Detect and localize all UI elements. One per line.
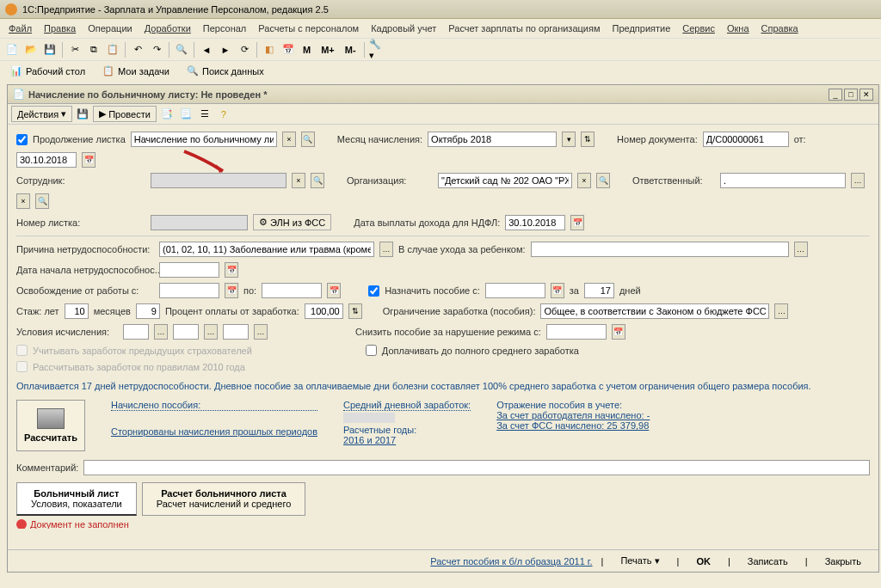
reason-input[interactable] [159, 242, 374, 257]
more-icon[interactable]: … [774, 303, 788, 319]
close-button[interactable]: Закрыть [816, 554, 870, 569]
m-plus-icon[interactable]: M+ [317, 41, 339, 58]
calendar-icon[interactable]: 📅 [570, 215, 584, 230]
org-input[interactable] [438, 173, 572, 188]
new-icon[interactable]: 📄 [3, 41, 21, 58]
calc2011-link[interactable]: Расчет пособия к б/л образца 2011 г. [430, 556, 592, 567]
calc-icon[interactable]: ◧ [261, 41, 278, 58]
unpost-icon[interactable]: 📃 [177, 106, 194, 123]
calendar-icon[interactable]: 📅 [82, 152, 95, 168]
date-input[interactable] [16, 152, 77, 168]
clear-icon[interactable]: × [577, 173, 591, 188]
cond1-input[interactable] [123, 324, 149, 340]
maximize-icon[interactable]: □ [844, 89, 858, 101]
menu-salary[interactable]: Расчет зарплаты по организациям [443, 21, 605, 35]
list-icon[interactable]: ☰ [196, 106, 213, 123]
calendar-icon[interactable]: 📅 [327, 283, 341, 298]
calculate-button[interactable]: Рассчитать [16, 400, 85, 451]
minimize-icon[interactable]: _ [829, 89, 842, 101]
assign-input[interactable] [485, 283, 545, 298]
save-doc-icon[interactable]: 💾 [74, 106, 91, 123]
clear-icon[interactable]: × [16, 193, 30, 209]
more-icon[interactable]: … [379, 242, 393, 257]
menu-ops[interactable]: Операции [83, 21, 137, 35]
more-icon[interactable]: … [154, 324, 168, 340]
refresh-icon[interactable]: ⟳ [236, 41, 253, 58]
actions-button[interactable]: Действия ▾ [11, 106, 72, 122]
close-icon[interactable]: ✕ [859, 89, 873, 101]
years-link[interactable]: 2016 и 2017 [343, 435, 471, 445]
employer-link[interactable]: За счет работодателя начислено: - [496, 410, 650, 420]
menu-enterprise[interactable]: Предприятие [607, 21, 675, 35]
child-input[interactable] [531, 242, 789, 257]
spin-icon[interactable]: ⇅ [581, 132, 595, 147]
run-button[interactable]: ▶ Провести [93, 106, 157, 122]
employee-input[interactable] [151, 173, 286, 188]
nav-back-icon[interactable]: ◄ [198, 41, 215, 58]
menu-calc[interactable]: Расчеты с персоналом [253, 21, 364, 35]
calendar-icon[interactable]: 📅 [225, 283, 238, 298]
save-button[interactable]: Записать [739, 554, 797, 569]
cond3-input[interactable] [223, 324, 249, 340]
limit-input[interactable] [540, 303, 769, 319]
tab-calc[interactable]: Расчет больничного листаРасчет начислени… [142, 482, 306, 516]
menu-edit[interactable]: Правка [39, 21, 81, 35]
more-icon[interactable]: … [851, 173, 865, 188]
more-icon[interactable]: … [794, 242, 808, 257]
months-input[interactable] [136, 303, 160, 319]
more-icon[interactable]: … [204, 324, 218, 340]
resp-input[interactable] [720, 173, 846, 188]
start-input[interactable] [159, 262, 219, 278]
print-button[interactable]: Печать ▾ [612, 553, 668, 569]
tab-search[interactable]: 🔍 Поиск данных [180, 63, 271, 79]
select-icon[interactable]: 🔍 [35, 193, 49, 209]
tool-icon[interactable]: 🔧▾ [368, 41, 385, 58]
menu-service[interactable]: Сервис [677, 21, 720, 35]
sheet-input[interactable] [151, 215, 248, 230]
release-to-input[interactable] [262, 283, 322, 298]
continuation-checkbox[interactable] [16, 134, 28, 145]
continuation-input[interactable] [131, 132, 277, 147]
paste-icon[interactable]: 📋 [104, 41, 121, 58]
copy-icon[interactable]: ⧉ [85, 41, 102, 58]
save-icon[interactable]: 💾 [41, 41, 59, 58]
menu-personnel[interactable]: Персонал [198, 21, 252, 35]
menu-windows[interactable]: Окна [722, 21, 755, 35]
calendar-icon[interactable]: 📅 [280, 41, 297, 58]
years-input[interactable] [65, 303, 89, 319]
post-icon[interactable]: 📑 [158, 106, 176, 123]
more-icon[interactable]: … [254, 324, 268, 340]
calendar-icon[interactable]: 📅 [612, 324, 625, 340]
ok-button[interactable]: OK [687, 554, 719, 569]
docnum-input[interactable] [703, 132, 789, 147]
menu-hr[interactable]: Кадровый учет [366, 21, 441, 35]
eln-button[interactable]: ⚙ ЭЛН из ФСС [253, 214, 331, 230]
dropdown-icon[interactable]: ▾ [562, 132, 576, 147]
m-minus-icon[interactable]: M- [341, 41, 360, 58]
percent-input[interactable] [305, 303, 343, 319]
nav-fwd-icon[interactable]: ► [217, 41, 234, 58]
assign-checkbox[interactable] [368, 285, 379, 297]
tab-desktop[interactable]: 📊 Рабочий стол [3, 63, 92, 79]
calendar-icon[interactable]: 📅 [551, 283, 564, 298]
select-icon[interactable]: 🔍 [301, 132, 315, 147]
redo-icon[interactable]: ↷ [148, 41, 165, 58]
select-icon[interactable]: 🔍 [596, 173, 610, 188]
month-input[interactable] [428, 132, 557, 147]
avg-link[interactable]: Средний дневной заработок: [343, 400, 471, 411]
ndfl-input[interactable] [505, 215, 565, 230]
calendar-icon[interactable]: 📅 [225, 262, 238, 278]
up-checkbox[interactable] [366, 345, 377, 356]
menu-help[interactable]: Справка [756, 21, 804, 35]
tab-sick-leave[interactable]: Больничный листУсловия, показатели [16, 482, 137, 516]
fss-link[interactable]: За счет ФСС начислено: 25 379,98 [496, 420, 650, 431]
comment-input[interactable] [83, 460, 870, 475]
days-input[interactable] [584, 283, 614, 298]
menu-dev[interactable]: Доработки [139, 21, 196, 35]
storno-link[interactable]: Сторнированы начисления прошлых периодов [111, 426, 317, 437]
release-from-input[interactable] [159, 283, 219, 298]
select-icon[interactable]: 🔍 [311, 173, 324, 188]
clear-icon[interactable]: × [282, 132, 296, 147]
spin-icon[interactable]: ⇅ [348, 303, 362, 319]
cut-icon[interactable]: ✂ [66, 41, 83, 58]
